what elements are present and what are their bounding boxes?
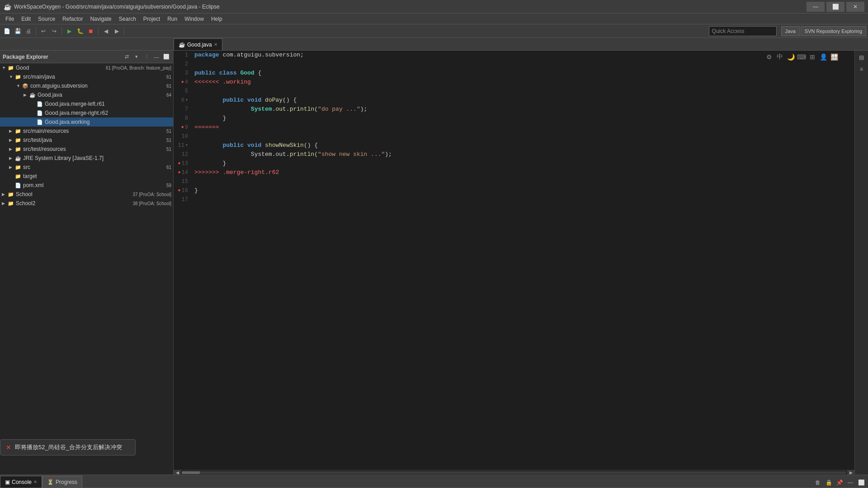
minimize-button[interactable]: — (807, 2, 825, 12)
line-content-11[interactable]: public void showNewSkin() { (191, 141, 854, 150)
line-content-6[interactable]: public void doPay() { (191, 96, 854, 105)
line-content-1[interactable]: package com.atguigu.subversion; (191, 51, 854, 60)
line-content-4[interactable]: <<<<<<< .working (191, 78, 854, 87)
console-clear-button[interactable]: 🗑 (813, 478, 823, 488)
run-button[interactable]: ▶ (64, 26, 74, 36)
menu-item-navigate[interactable]: Navigate (86, 14, 115, 24)
scroll-right-button[interactable]: ▶ (847, 470, 854, 475)
sidebar-collapse-button[interactable]: ▾ (132, 53, 141, 61)
editor-chinese-icon1[interactable]: 中 (775, 52, 784, 61)
maximize-button[interactable]: ⬜ (826, 2, 844, 12)
tree-item-com-pkg[interactable]: ▼📦com.atguigu.subversion61 (0, 81, 173, 90)
menu-item-help[interactable]: Help (208, 14, 226, 24)
tree-item-school-37[interactable]: ▶📁School37 [ProOA: School] (0, 190, 173, 199)
menu-item-search[interactable]: Search (115, 14, 140, 24)
sidebar-menu-button[interactable]: ⋮ (142, 53, 151, 61)
quick-access-label: Quick Access (712, 28, 745, 34)
collapse-icon-line-11[interactable]: ▾ (185, 141, 188, 150)
tree-icon-good-working: 📄 (36, 118, 43, 126)
tree-item-good-project[interactable]: ▼📁Good61 [ProOA, Branch: feature_pay] (0, 63, 173, 72)
tree-icon-src-test-java: 📁 (14, 136, 22, 144)
bottom-maximize-button[interactable]: ⬜ (856, 478, 866, 488)
editor-keyboard-icon[interactable]: ⌨ (797, 52, 806, 61)
menu-item-window[interactable]: Window (181, 14, 208, 24)
error-icon-line-9: ● (181, 123, 184, 132)
editor-grid-icon[interactable]: ⊞ (808, 52, 817, 61)
redo-button[interactable]: ↪ (49, 26, 59, 36)
menu-item-project[interactable]: Project (140, 14, 164, 24)
console-icon: ▣ (5, 479, 10, 485)
code-line-11: 11▾ public void showNewSkin() { (174, 141, 854, 150)
sidebar-sync-button[interactable]: ⇄ (123, 53, 131, 61)
sidebar: Package Explorer ⇄ ▾ ⋮ — ⬜ ▼📁Good61 [Pro… (0, 51, 174, 474)
scroll-left-button[interactable]: ◀ (174, 470, 181, 475)
tree-item-pom-xml[interactable]: 📄pom.xml59 (0, 181, 173, 190)
forward-button[interactable]: ▶ (112, 26, 122, 36)
back-button[interactable]: ◀ (101, 26, 111, 36)
print-button[interactable]: 🖨 (24, 26, 33, 36)
tree-badge-good-project: 61 [ProOA, Branch: feature_pay] (106, 66, 171, 70)
editor-moon-icon[interactable]: 🌙 (786, 52, 795, 61)
tree-label-pom-xml: pom.xml (23, 182, 165, 188)
editor-window-icon[interactable]: 🪟 (830, 52, 839, 61)
code-line-7: 7 System.out.println("do pay ..."); (174, 105, 854, 114)
sidebar-maximize-button[interactable]: ⬜ (162, 53, 170, 61)
new-button[interactable]: 📄 (2, 26, 12, 36)
java-perspective-button[interactable]: Java (781, 26, 800, 36)
tree-item-src-test-resources[interactable]: ▶📁src/test/resources51 (0, 145, 173, 154)
progress-tab[interactable]: ⏳ Progress (42, 476, 82, 488)
svn-perspective-button[interactable]: SVN Repository Exploring (801, 26, 866, 36)
line-content-9[interactable]: ======= (191, 123, 854, 132)
code-line-14: ●14>>>>>>> .merge-right.r62 (174, 168, 854, 177)
minimap-button[interactable]: ▤ (857, 52, 867, 62)
console-scroll-lock-button[interactable]: 🔒 (824, 478, 834, 488)
menu-item-run[interactable]: Run (164, 14, 181, 24)
editor-user-icon[interactable]: 👤 (819, 52, 828, 61)
quick-access-box[interactable]: Quick Access (709, 26, 777, 36)
line-content-7[interactable]: System.out.println("do pay ..."); (191, 105, 854, 114)
line-content-14[interactable]: >>>>>>> .merge-right.r62 (191, 168, 854, 177)
console-pin-button[interactable]: 📌 (835, 478, 844, 488)
stop-button[interactable]: ⏹ (86, 26, 96, 36)
tree-item-src[interactable]: ▶📁src61 (0, 163, 173, 172)
console-tab[interactable]: ▣ Console ✕ (0, 476, 42, 488)
line-content-13[interactable]: } (191, 159, 854, 168)
close-button[interactable]: ✕ (846, 2, 864, 12)
tree-item-jre-system[interactable]: ▶☕JRE System Library [JavaSE-1.7] (0, 154, 173, 163)
tree-item-src-test-java[interactable]: ▶📁src/test/java51 (0, 136, 173, 145)
bottom-minimize-button[interactable]: — (845, 478, 855, 488)
tree-item-good-merge-right[interactable]: 📄Good.java.merge-right.r62 (0, 108, 173, 117)
tree-item-school2-38[interactable]: ▶📁School238 [ProOA: School] (0, 199, 173, 208)
line-content-12[interactable]: System.out.println("show new skin ..."); (191, 150, 854, 159)
menu-item-file[interactable]: File (2, 14, 18, 24)
console-tab-close[interactable]: ✕ (33, 479, 37, 484)
horizontal-scrollbar[interactable]: ◀ ▶ (174, 470, 854, 474)
menu-item-source[interactable]: Source (34, 14, 59, 24)
tree-item-good-working[interactable]: 📄Good.java.working (0, 117, 173, 127)
sidebar-minimize-button[interactable]: — (152, 53, 160, 61)
tree-item-target[interactable]: 📁target (0, 172, 173, 181)
outline-button[interactable]: ≡ (857, 64, 867, 74)
debug-button[interactable]: 🐛 (75, 26, 85, 36)
line-content-3[interactable]: public class Good { (191, 69, 854, 78)
tree-badge-com-pkg: 61 (166, 84, 171, 89)
code-editor[interactable]: 1package com.atguigu.subversion;23public… (174, 51, 854, 470)
scroll-track[interactable] (182, 471, 846, 474)
undo-button[interactable]: ↩ (38, 26, 48, 36)
menu-item-edit[interactable]: Edit (18, 14, 34, 24)
line-content-16[interactable]: } (191, 186, 854, 195)
notification-close-icon[interactable]: ✕ (6, 444, 11, 451)
editor-settings-icon[interactable]: ⚙ (764, 52, 774, 61)
editor-tab-good-java[interactable]: ☕ Good.java ✕ (174, 38, 222, 50)
line-content-8[interactable]: } (191, 114, 854, 123)
tree-item-good-java[interactable]: ▶☕Good.java64 (0, 90, 173, 99)
tab-close-button[interactable]: ✕ (214, 42, 217, 47)
menu-item-refactor[interactable]: Refactor (59, 14, 86, 24)
save-button[interactable]: 💾 (13, 26, 23, 36)
tree-item-good-merge-left[interactable]: 📄Good.java.merge-left.r61 (0, 99, 173, 108)
line-num-text-12: 12 (182, 150, 188, 159)
line-num-text-2: 2 (185, 60, 188, 69)
tree-item-src-main-resources[interactable]: ▶📁src/main/resources51 (0, 127, 173, 136)
tree-item-src-main-java[interactable]: ▼📁src/main/java61 (0, 72, 173, 81)
collapse-icon-line-6[interactable]: ▾ (185, 96, 188, 105)
